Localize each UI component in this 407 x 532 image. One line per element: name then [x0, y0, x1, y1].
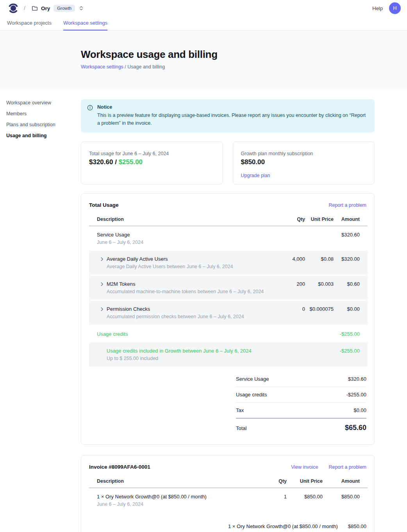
invoice-table-header: Description Qty Unit Price Amount	[89, 476, 368, 488]
table-row-daily-active-users: Average Daily Active Users Average Daily…	[89, 251, 368, 275]
plan-label: Growth plan monthly subscription	[241, 151, 367, 156]
report-problem-link[interactable]: Report a problem	[328, 464, 366, 470]
main-column: Notice This is a preview feature for dis…	[81, 89, 375, 532]
plan-subscription-card: Growth plan monthly subscription $850.00…	[233, 142, 375, 184]
usage-table-header: Description Qty Unit Price Amount	[89, 214, 368, 226]
preview-notice: Notice This is a preview feature for dis…	[81, 99, 375, 133]
info-icon	[87, 105, 93, 127]
totals-row-subscription: 1 × Ory Network Growth@0 (at $850.00 / m…	[228, 519, 366, 532]
ory-logo-icon[interactable]	[8, 2, 18, 14]
table-row-permission-checks: Permission Checks Accumulated permission…	[89, 300, 368, 325]
folder-icon	[32, 5, 38, 11]
plan-badge: Growth	[54, 5, 75, 12]
notice-title: Notice	[97, 104, 368, 110]
chevron-right-icon[interactable]	[99, 306, 105, 319]
breadcrumb-link-workspace-settings[interactable]: Workspace settings	[81, 64, 123, 70]
breadcrumb-current: Usage and billing	[127, 64, 165, 70]
totals-row-service-usage: Service Usage $320.60	[236, 371, 366, 387]
table-row-usage-credits-included: Usage credits included in Growth between…	[89, 342, 368, 367]
table-row-service-usage: Service Usage June 6 – July 6, 2024 $320…	[89, 226, 368, 251]
usage-totals: Service Usage $320.60 Usage credits -$25…	[236, 371, 366, 437]
table-row-m2m-tokens: M2M Tokens Accumulated machine-to-machin…	[89, 275, 368, 300]
totals-row-usage-credits: Usage credits -$255.00	[236, 387, 366, 403]
page-title: Workspace usage and billing	[81, 48, 407, 61]
table-row-usage-credits: Usage credits -$255.00	[89, 325, 368, 342]
total-usage-card: Total usage for June 6 – July 6, 2024 $3…	[81, 142, 223, 184]
page-hero: Workspace usage and billing Workspace se…	[0, 30, 407, 89]
workspace-name[interactable]: Ory	[41, 5, 50, 11]
sidebar-item-workspace-overview[interactable]: Workspace overview	[6, 100, 73, 106]
summary-cards: Total usage for June 6 – July 6, 2024 $3…	[81, 142, 375, 184]
breadcrumb: Workspace settings / Usage and billing	[81, 64, 407, 70]
upgrade-plan-link[interactable]: Upgrade plan	[241, 173, 270, 178]
breadcrumb-separator: /	[24, 5, 25, 11]
workspace-tabs: Workspace projects Workspace settings	[0, 16, 407, 30]
tab-workspace-settings[interactable]: Workspace settings	[63, 16, 107, 30]
usage-table: Description Qty Unit Price Amount Servic…	[89, 214, 368, 367]
workspace-switcher-icon[interactable]	[79, 5, 84, 11]
user-avatar[interactable]: H	[389, 2, 401, 14]
total-usage-value: $320.60 / $255.00	[89, 158, 215, 166]
chevron-right-icon[interactable]	[99, 256, 105, 269]
usage-card-title: Total Usage	[89, 202, 119, 208]
usage-credit-value: $255.00	[119, 158, 143, 166]
help-link[interactable]: Help	[372, 5, 383, 11]
usage-invoice-card: Total Usage Report a problem Description…	[81, 193, 375, 445]
invoice-totals: 1 × Ory Network Growth@0 (at $850.00 / m…	[228, 519, 366, 532]
sidebar-item-plans-and-subscription[interactable]: Plans and subscription	[6, 122, 73, 127]
notice-body: This is a preview feature for displaying…	[97, 111, 368, 127]
report-problem-link[interactable]: Report a problem	[328, 202, 366, 208]
plan-amount: $850.00	[241, 158, 367, 166]
invoice-title: Invoice #8099AFA6-0001	[89, 464, 150, 470]
invoice-card: Invoice #8099AFA6-0001 View invoice Repo…	[81, 455, 375, 532]
tab-workspace-projects[interactable]: Workspace projects	[7, 16, 52, 30]
totals-row-total: Total $65.60	[236, 419, 366, 437]
invoice-table: Description Qty Unit Price Amount 1 × Or…	[89, 476, 368, 512]
view-invoice-link[interactable]: View invoice	[291, 464, 318, 470]
content-area: Workspace overview Members Plans and sub…	[0, 89, 407, 532]
settings-sidebar: Workspace overview Members Plans and sub…	[6, 100, 73, 144]
total-usage-label: Total usage for June 6 – July 6, 2024	[89, 151, 215, 156]
sidebar-item-usage-and-billing[interactable]: Usage and billing	[6, 133, 73, 138]
totals-row-tax: Tax $0.00	[236, 403, 366, 419]
table-row-growth-subscription: 1 × Ory Network Growth@0 (at $850.00 / m…	[89, 488, 368, 512]
top-bar: / Ory Growth Help H	[0, 0, 407, 16]
sidebar-item-members[interactable]: Members	[6, 111, 73, 116]
chevron-right-icon[interactable]	[99, 281, 105, 294]
